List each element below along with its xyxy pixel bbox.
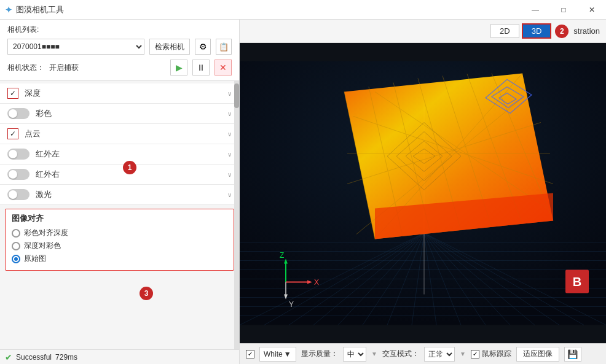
white-btn-label: White — [264, 350, 283, 358]
adapt-image-button[interactable]: 适应图像 — [516, 347, 559, 362]
svg-text:Z: Z — [280, 251, 284, 260]
main-layout: 相机列表: 2070001■■■■ 检索相机 ⚙ 📋 相机状态： 开启捕获 ▶ … — [0, 20, 606, 364]
tab-2d[interactable]: 2D — [490, 24, 519, 38]
channel-list: ✓ 深度 ∨ 彩色 ∨ ✓ 点云 ∨ — [0, 81, 239, 349]
app-title: 图漠相机工具 — [16, 4, 64, 15]
depth-expand-icon[interactable]: ∨ — [227, 90, 232, 97]
tab-calibration-label: stration — [573, 26, 600, 36]
white-dropdown-arrow: ▼ — [284, 350, 291, 358]
3d-scene: X Z Y B — [240, 43, 606, 343]
color-expand-icon[interactable]: ∨ — [227, 110, 232, 117]
view-tabs: 2D 3D 2 stration — [240, 20, 606, 43]
camera-status-row: 相机状态： 开启捕获 ▶ ⏸ ✕ — [7, 60, 232, 76]
channel-ir-right[interactable]: 红外右 ∨ — [0, 165, 239, 185]
laser-toggle[interactable] — [7, 189, 30, 200]
mouse-track-checkbox[interactable]: ✓ — [471, 350, 479, 358]
pointcloud-checkbox[interactable]: ✓ — [7, 128, 18, 139]
tab-3d[interactable]: 3D — [522, 23, 552, 39]
camera-status-label: 相机状态： — [7, 63, 44, 73]
ir-right-toggle[interactable] — [7, 169, 30, 180]
depth-checkbox[interactable]: ✓ — [7, 88, 18, 99]
title-bar: ✦ 图漠相机工具 — □ ✕ — [0, 0, 606, 20]
channel-ir-left[interactable]: 红外左 ∨ — [0, 144, 239, 165]
export-button[interactable]: 📋 — [216, 39, 232, 55]
save-button[interactable]: 💾 — [564, 347, 581, 362]
scrollbar[interactable] — [234, 81, 239, 349]
annotation-badge-3: 3 — [140, 287, 153, 300]
channel-laser[interactable]: 激光 ∨ — [0, 185, 239, 205]
pause-button[interactable]: ⏸ — [192, 60, 210, 76]
annotation-badge-1: 1 — [123, 161, 136, 174]
radio-color-to-depth[interactable]: 彩色对齐深度 — [12, 228, 227, 238]
window-controls: — □ ✕ — [521, 0, 606, 20]
channel-color[interactable]: 彩色 ∨ — [0, 104, 239, 124]
channel-depth[interactable]: ✓ 深度 ∨ — [0, 83, 239, 104]
radio-depth-color-label: 深度对彩色 — [24, 241, 61, 251]
mouse-track-container: ✓ 鼠标跟踪 — [471, 349, 511, 359]
status-time: 729ms — [55, 353, 77, 362]
radio-original-label: 原始图 — [24, 254, 46, 264]
status-text: Successful — [16, 353, 52, 362]
radio-color-depth-label: 彩色对齐深度 — [24, 228, 68, 238]
stop-button[interactable]: ✕ — [214, 60, 232, 76]
radio-depth-to-color[interactable]: 深度对彩色 — [12, 241, 227, 251]
pointcloud-expand-icon[interactable]: ∨ — [227, 131, 232, 137]
camera-controls-row: 2070001■■■■ 检索相机 ⚙ 📋 — [7, 39, 232, 55]
status-bar: ✔ Successful 729ms — [0, 349, 239, 364]
bottom-toolbar: ✓ White ▼ 显示质量： 中 高 低 ▼ 交互模式： 正常 ▼ ✓ — [240, 343, 606, 364]
quality-select[interactable]: 中 高 低 — [343, 347, 366, 362]
laser-channel-name: 激光 — [36, 189, 225, 200]
interact-arrow: ▼ — [460, 350, 466, 357]
pointcloud-channel-name: 点云 — [25, 128, 225, 139]
viewer-area[interactable]: X Z Y B — [240, 43, 606, 343]
minimize-button[interactable]: — — [521, 0, 549, 20]
camera-select[interactable]: 2070001■■■■ — [7, 39, 144, 55]
quality-arrow: ▼ — [371, 350, 377, 357]
radio-color-depth-circle[interactable] — [12, 229, 20, 238]
svg-text:B: B — [573, 275, 581, 288]
left-panel: 相机列表: 2070001■■■■ 检索相机 ⚙ 📋 相机状态： 开启捕获 ▶ … — [0, 20, 240, 364]
annotation-badge-2: 2 — [555, 25, 569, 38]
ir-right-expand-icon[interactable]: ∨ — [227, 171, 232, 178]
image-align-section: 图像对齐 彩色对齐深度 深度对彩色 原始图 — [5, 209, 234, 271]
app-logo: ✦ — [5, 5, 12, 15]
status-ok-icon: ✔ — [5, 352, 12, 362]
scrollbar-thumb[interactable] — [234, 83, 239, 108]
maximize-button[interactable]: □ — [549, 0, 578, 20]
svg-text:Y: Y — [289, 300, 294, 309]
interact-select[interactable]: 正常 — [424, 347, 455, 362]
radio-depth-color-circle[interactable] — [12, 242, 20, 250]
depth-channel-name: 深度 — [25, 88, 225, 99]
settings-button[interactable]: ⚙ — [195, 39, 211, 55]
channel-pointcloud[interactable]: ✓ 点云 ∨ — [0, 124, 239, 144]
mouse-track-label: 鼠标跟踪 — [482, 349, 511, 359]
laser-expand-icon[interactable]: ∨ — [227, 192, 232, 198]
radio-original[interactable]: 原始图 — [12, 254, 227, 264]
svg-text:X: X — [314, 278, 319, 287]
close-button[interactable]: ✕ — [578, 0, 606, 20]
camera-section: 相机列表: 2070001■■■■ 检索相机 ⚙ 📋 相机状态： 开启捕获 ▶ … — [0, 20, 239, 81]
color-channel-name: 彩色 — [36, 108, 225, 119]
ir-left-expand-icon[interactable]: ∨ — [227, 151, 232, 158]
color-toggle[interactable] — [7, 108, 30, 119]
play-button[interactable]: ▶ — [170, 60, 187, 76]
interact-label: 交互模式： — [382, 349, 419, 359]
white-checkbox[interactable]: ✓ — [246, 350, 254, 358]
search-camera-button[interactable]: 检索相机 — [149, 39, 190, 55]
right-panel: 2D 3D 2 stration — [240, 20, 606, 364]
white-color-button[interactable]: White ▼ — [259, 347, 296, 362]
radio-original-circle[interactable] — [12, 255, 20, 263]
camera-list-label: 相机列表: — [7, 25, 232, 35]
camera-status-value: 开启捕获 — [49, 63, 79, 73]
ir-left-channel-name: 红外左 — [36, 149, 225, 160]
quality-label: 显示质量： — [301, 349, 338, 359]
ir-left-toggle[interactable] — [7, 149, 30, 160]
image-align-title: 图像对齐 — [12, 213, 227, 224]
